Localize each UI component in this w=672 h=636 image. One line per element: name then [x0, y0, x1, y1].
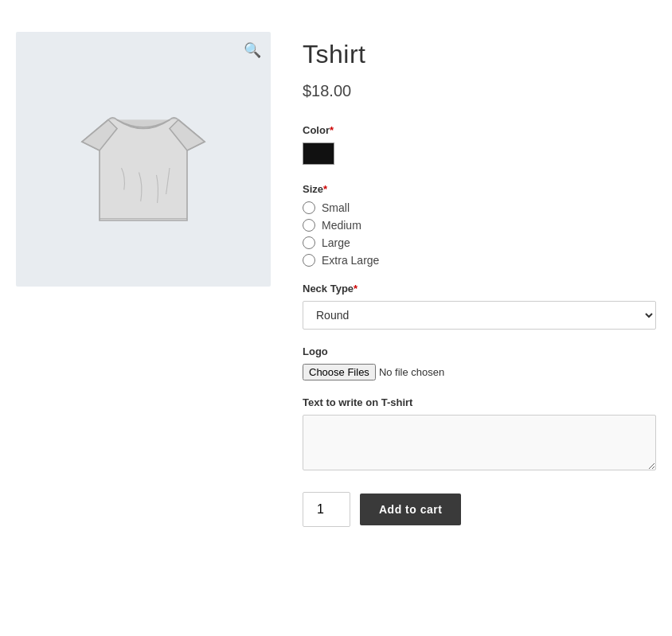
size-radio-small[interactable] — [303, 201, 315, 214]
text-field-group: Text to write on T-shirt — [303, 396, 656, 473]
logo-file-input[interactable] — [303, 364, 498, 380]
color-field: Color* — [303, 124, 656, 167]
size-label: Size* — [303, 183, 656, 195]
color-label: Color* — [303, 124, 656, 136]
add-to-cart-button[interactable]: Add to cart — [360, 494, 461, 525]
size-label-xl: Extra Large — [322, 254, 379, 267]
product-page: 🔍 — [0, 0, 672, 559]
quantity-input[interactable] — [303, 492, 350, 527]
product-price: $18.00 — [303, 82, 656, 100]
size-option-medium[interactable]: Medium — [303, 219, 656, 232]
product-details: Tshirt $18.00 Color* Size* Small Medium — [303, 32, 656, 527]
size-radio-medium[interactable] — [303, 219, 315, 232]
size-radio-xl[interactable] — [303, 254, 315, 267]
size-label-medium: Medium — [322, 219, 361, 232]
size-option-large[interactable]: Large — [303, 236, 656, 249]
text-textarea[interactable] — [303, 415, 656, 470]
file-input-row — [303, 364, 656, 380]
logo-field: Logo — [303, 345, 656, 380]
logo-label: Logo — [303, 345, 656, 357]
cart-row: Add to cart — [303, 492, 656, 527]
zoom-icon[interactable]: 🔍 — [244, 41, 261, 59]
size-option-small[interactable]: Small — [303, 201, 656, 214]
neck-type-label: Neck Type* — [303, 283, 656, 295]
size-label-small: Small — [322, 201, 350, 214]
size-radio-large[interactable] — [303, 236, 315, 249]
text-label: Text to write on T-shirt — [303, 396, 656, 408]
product-image-container: 🔍 — [16, 32, 271, 287]
size-field: Size* Small Medium Large Extra Large — [303, 183, 656, 267]
neck-type-select[interactable]: Round V-Neck Polo — [303, 301, 656, 330]
neck-type-field: Neck Type* Round V-Neck Polo — [303, 283, 656, 330]
product-title: Tshirt — [303, 40, 656, 69]
color-swatch[interactable] — [303, 142, 334, 165]
size-radio-group: Small Medium Large Extra Large — [303, 201, 656, 267]
size-label-large: Large — [322, 236, 350, 249]
size-option-xl[interactable]: Extra Large — [303, 254, 656, 267]
product-image — [56, 72, 231, 247]
